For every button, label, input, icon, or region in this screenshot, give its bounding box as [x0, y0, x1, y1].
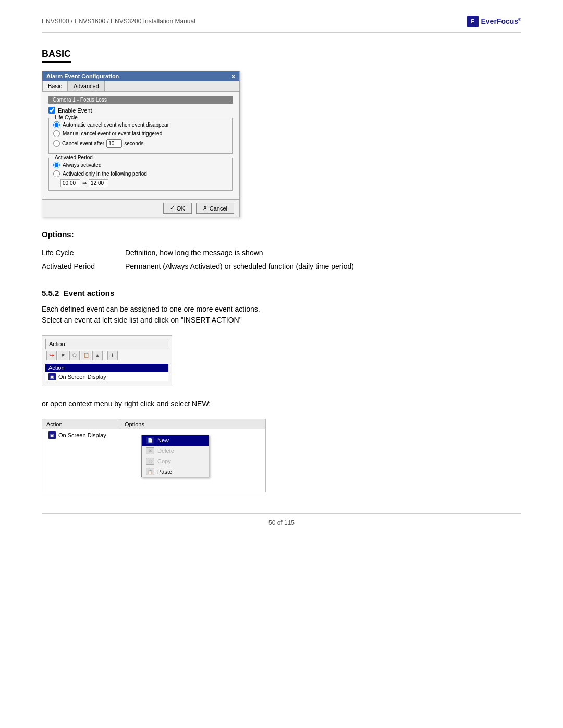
body-text: Each defined event can be assigned to on…: [42, 304, 521, 326]
dialog-footer: ✓ OK ✗ Cancel: [42, 199, 239, 217]
page-footer: 50 of 115: [42, 513, 521, 526]
paste-label: Paste: [157, 468, 172, 475]
toolbar-separator: [105, 351, 105, 360]
paste-action-btn[interactable]: 📋: [81, 351, 91, 360]
activated-period-group: Activated Period Always activated Activa…: [48, 158, 233, 191]
enable-event-label: Enable Event: [58, 107, 92, 114]
seconds-label: seconds: [124, 141, 143, 146]
context-col-options-header: Options: [120, 419, 265, 429]
logo-area: F EverFocus®: [467, 16, 522, 27]
time-to: 12:00: [89, 179, 108, 187]
move-up-btn[interactable]: ▲: [92, 351, 103, 360]
options-table: Life Cycle Definition, how long the mess…: [42, 246, 521, 273]
event-actions-section: 5.5.2 Event actions Each defined event c…: [42, 289, 521, 492]
radio-always-row: Always activated: [53, 162, 228, 168]
section-heading: BASIC: [42, 48, 71, 63]
context-table-header: Action Options: [42, 419, 265, 429]
dialog-tabs: Basic Advanced: [42, 81, 239, 92]
ok-checkmark: ✓: [170, 205, 175, 212]
radio-manual[interactable]: [53, 130, 60, 137]
basic-section: BASIC Alarm Event Configuration x Basic …: [42, 48, 521, 273]
life-cycle-group: Life Cycle Automatic cancel event when e…: [48, 118, 233, 154]
delete-action-btn[interactable]: ✖: [58, 351, 68, 360]
copy-menu-icon: ⬡: [146, 458, 154, 465]
option-activated: Activated Period Permanent (Always Activ…: [42, 260, 521, 273]
move-down-btn[interactable]: ⬇: [107, 351, 118, 360]
life-cycle-label: Life Cycle: [53, 115, 79, 120]
alarm-event-dialog: Alarm Event Configuration x Basic Advanc…: [42, 71, 240, 217]
option-activated-def: Permanent (Always Activated) or schedule…: [125, 260, 521, 273]
radio-always-label: Always activated: [63, 162, 101, 168]
page-header: ENVS800 / ENVS1600 / ENVS3200 Installati…: [42, 16, 521, 33]
context-action-icon: ▣: [48, 431, 56, 439]
context-menu-item-new[interactable]: 📄 New: [142, 435, 209, 446]
camera-label: Camera 1 - Focus Loss: [48, 96, 233, 104]
tab-basic[interactable]: Basic: [42, 81, 68, 91]
context-action-label: On Screen Display: [58, 432, 106, 438]
action-panel-header: Action: [45, 339, 168, 349]
option-lifecycle-def: Definition, how long the message is show…: [125, 246, 521, 260]
radio-scheduled[interactable]: [53, 170, 60, 177]
body-line1: Each defined event can be assigned to on…: [42, 305, 260, 313]
logo-icon: F: [467, 16, 479, 27]
page-number: 50 of 115: [268, 519, 295, 526]
option-lifecycle-term: Life Cycle: [42, 246, 125, 260]
context-action-col: ▣ On Screen Display: [42, 429, 120, 492]
context-options-col: 📄 New ✖ Delete ⬡ Copy 📋: [120, 429, 265, 492]
body-line2: Select an event at left side list and cl…: [42, 316, 242, 324]
radio-auto[interactable]: [53, 121, 60, 128]
cancel-after-row: Cancel event after seconds: [53, 139, 228, 148]
tab-advanced[interactable]: Advanced: [68, 81, 105, 91]
time-from: 00:00: [60, 179, 80, 187]
action-list-item: ▣ On Screen Display: [45, 372, 168, 381]
subsection-number: 5.5.2: [42, 289, 59, 298]
ok-button[interactable]: ✓ OK: [163, 203, 192, 214]
action-panel-screenshot: Action ↪ ✖ ⬡ 📋 ▲ ⬇ Action ▣ On Screen Di…: [42, 335, 172, 386]
context-col-action-header: Action: [42, 419, 120, 429]
context-intro-text: or open context menu by right click and …: [42, 399, 521, 410]
enable-event-row: Enable Event: [48, 107, 233, 114]
cancel-x: ✗: [203, 205, 207, 212]
dialog-titlebar: Alarm Event Configuration x: [42, 71, 239, 81]
cancel-button[interactable]: ✗ Cancel: [196, 203, 234, 214]
ok-label: OK: [177, 205, 185, 212]
context-action-item: ▣ On Screen Display: [48, 431, 114, 439]
context-menu-item-delete: ✖ Delete: [142, 446, 209, 456]
cancel-seconds-input[interactable]: [106, 139, 122, 148]
new-label: New: [157, 437, 169, 443]
dialog-close-btn[interactable]: x: [232, 73, 235, 79]
copy-action-btn[interactable]: ⬡: [69, 351, 80, 360]
context-menu-screenshot: Action Options ▣ On Screen Display 📄 New: [42, 419, 266, 492]
radio-cancel-after[interactable]: [53, 140, 60, 147]
context-menu-item-paste[interactable]: 📋 Paste: [142, 466, 209, 477]
radio-scheduled-label: Activated only in the following period: [63, 171, 147, 177]
dialog-content: Camera 1 - Focus Loss Enable Event Life …: [42, 92, 239, 199]
action-item-label: On Screen Display: [58, 374, 106, 380]
activated-period-label: Activated Period: [53, 155, 94, 161]
logo-text: EverFocus®: [481, 17, 522, 26]
cancel-after-label: Cancel event after: [62, 141, 104, 146]
new-menu-icon: 📄: [146, 437, 154, 444]
context-menu-item-copy: ⬡ Copy: [142, 456, 209, 466]
options-heading: Options:: [42, 230, 521, 239]
dialog-title: Alarm Event Configuration: [46, 73, 119, 79]
cancel-label: Cancel: [210, 205, 227, 212]
subsection-heading: 5.5.2 Event actions: [42, 289, 521, 298]
manual-title: ENVS800 / ENVS1600 / ENVS3200 Installati…: [42, 18, 195, 25]
action-item-icon: ▣: [48, 373, 56, 380]
delete-label: Delete: [157, 448, 174, 454]
radio-always[interactable]: [53, 162, 60, 168]
paste-menu-icon: 📋: [146, 468, 154, 475]
action-list-header: Action: [45, 364, 168, 372]
delete-menu-icon: ✖: [146, 447, 154, 454]
context-menu-popup: 📄 New ✖ Delete ⬡ Copy 📋: [141, 435, 209, 477]
context-table-body: ▣ On Screen Display 📄 New ✖ Delete: [42, 429, 265, 492]
option-activated-term: Activated Period: [42, 260, 125, 273]
subsection-title: Event actions: [64, 289, 115, 298]
insert-action-btn[interactable]: ↪: [46, 351, 57, 360]
radio-auto-label: Automatic cancel event when event disapp…: [63, 122, 169, 128]
toolbar-row: ↪ ✖ ⬡ 📋 ▲ ⬇: [42, 349, 172, 362]
enable-event-checkbox[interactable]: [48, 107, 55, 114]
action-panel-title: Action: [49, 341, 65, 347]
radio-manual-label: Manual cancel event or event last trigge…: [63, 131, 162, 137]
